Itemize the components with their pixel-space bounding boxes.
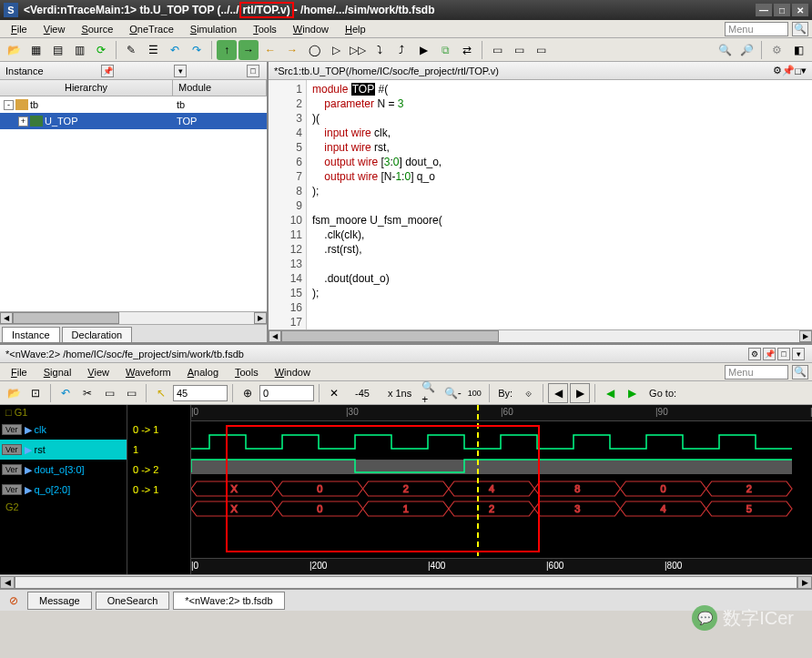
- wave-scroll-right-icon[interactable]: ▶: [797, 576, 812, 589]
- code-area[interactable]: module TOP #( parameter N = 3 )( input w…: [307, 80, 812, 329]
- bottom-tab-1[interactable]: OneSearch: [96, 592, 170, 610]
- nwave-reload-icon[interactable]: ⚙: [748, 348, 761, 360]
- menu-simulation[interactable]: Simulation: [183, 22, 244, 36]
- time-ruler[interactable]: |0|30|60|90|120: [191, 405, 812, 421]
- next-edge-icon[interactable]: ▶: [570, 383, 590, 403]
- expander-icon[interactable]: +: [18, 116, 28, 127]
- src-hscroll[interactable]: ◀ ▶: [269, 329, 812, 342]
- signal-rst[interactable]: Ver▶ rst: [0, 440, 127, 460]
- src-close-icon[interactable]: ▾: [801, 65, 807, 76]
- scroll-left-icon[interactable]: ◀: [0, 312, 13, 324]
- wave-canvas[interactable]: |0|30|60|90|120 X024802 X012345 |0|200|4…: [191, 405, 812, 574]
- marker-time-input[interactable]: [259, 385, 314, 401]
- bottom-ruler[interactable]: |0|200|400|600|800: [191, 558, 812, 574]
- tree-row-U_TOP[interactable]: + U_TOP TOP: [0, 113, 267, 129]
- expander-icon[interactable]: -: [4, 100, 14, 110]
- cursor-time-input[interactable]: [173, 385, 228, 401]
- group-header[interactable]: □ G1: [0, 405, 127, 420]
- menu-window[interactable]: Window: [286, 22, 336, 36]
- nw-open-icon[interactable]: 📂: [4, 383, 24, 403]
- help-icon[interactable]: ◧: [788, 40, 808, 60]
- open-icon[interactable]: 📂: [4, 40, 24, 60]
- menu-search[interactable]: Menu: [725, 22, 788, 36]
- src-scroll-right-icon[interactable]: ▶: [799, 330, 812, 342]
- nwave-menu-view[interactable]: View: [80, 365, 117, 380]
- by-mode-icon[interactable]: ⟐: [518, 383, 538, 403]
- nw-copy-icon[interactable]: ▭: [99, 383, 119, 403]
- next-change-icon[interactable]: ▶: [622, 383, 642, 403]
- prev-edge-icon[interactable]: ◀: [548, 383, 568, 403]
- list-icon[interactable]: ☰: [143, 40, 163, 60]
- col-module[interactable]: Module: [173, 80, 267, 96]
- edit-icon[interactable]: ✎: [121, 40, 141, 60]
- nw-save-icon[interactable]: ⊡: [25, 383, 46, 403]
- bottom-tab-0[interactable]: Message: [27, 592, 92, 610]
- step-over-icon[interactable]: ⤵: [370, 40, 390, 60]
- nw-cut-icon[interactable]: ✂: [77, 383, 97, 403]
- compare-icon[interactable]: ⇄: [457, 40, 477, 60]
- nw-undo-icon[interactable]: ↶: [56, 383, 76, 403]
- menu-view[interactable]: View: [36, 22, 73, 36]
- nwave-menu-file[interactable]: File: [4, 365, 35, 380]
- nwave-dropdown-icon[interactable]: ▾: [792, 348, 805, 360]
- signal-dout-o-3-0-[interactable]: Ver▶ dout_o[3:0]: [0, 460, 127, 480]
- menu-onetrace[interactable]: OneTrace: [122, 22, 181, 36]
- nwave-menu-window[interactable]: Window: [268, 365, 318, 380]
- zoom-out-icon[interactable]: 🔍-: [442, 383, 462, 403]
- maximize-pane-icon[interactable]: □: [247, 65, 259, 77]
- nwave-menu-search-icon[interactable]: 🔍: [792, 365, 808, 380]
- signal-icon[interactable]: ▭: [509, 40, 529, 60]
- nw-marker-icon[interactable]: ⊕: [238, 383, 258, 403]
- nwave-pin-icon[interactable]: 📌: [763, 348, 776, 360]
- nwave-menu-analog[interactable]: Analog: [180, 365, 226, 380]
- time-cursor[interactable]: [477, 405, 479, 574]
- tab-declaration[interactable]: Declaration: [62, 327, 133, 342]
- wave-scroll-track[interactable]: [15, 576, 797, 589]
- source-body[interactable]: 1234567891011121314151617 module TOP #( …: [269, 80, 812, 329]
- nwave-menu-signal[interactable]: Signal: [36, 365, 79, 380]
- signal-column[interactable]: □ G1 Ver▶ clkVer▶ rstVer▶ dout_o[3:0]Ver…: [0, 405, 127, 574]
- prev-change-icon[interactable]: ◀: [600, 383, 620, 403]
- menu-tools[interactable]: Tools: [246, 22, 284, 36]
- port-icon[interactable]: ▭: [531, 40, 551, 60]
- scroll-right-icon[interactable]: ▶: [254, 312, 267, 324]
- play-icon[interactable]: ▷: [326, 40, 346, 60]
- src-pin-icon[interactable]: 📌: [782, 65, 795, 76]
- menu-file[interactable]: File: [4, 22, 35, 36]
- menu-help[interactable]: Help: [338, 22, 373, 36]
- undo-icon[interactable]: ↶: [165, 40, 185, 60]
- close-button[interactable]: ✕: [792, 4, 808, 16]
- wave-hscroll[interactable]: ◀ ▶: [0, 574, 812, 589]
- src-reload-icon[interactable]: ⚙: [773, 65, 782, 76]
- scroll-thumb[interactable]: [13, 312, 119, 324]
- step-out-icon[interactable]: ⤴: [391, 40, 411, 60]
- wave-icon[interactable]: ⧉: [435, 40, 455, 60]
- tree-body[interactable]: - tb tb + U_TOP TOP: [0, 96, 267, 311]
- refresh-icon[interactable]: ⟳: [91, 40, 111, 60]
- nwave-max-icon[interactable]: □: [777, 348, 790, 360]
- nav-next-icon[interactable]: →: [239, 40, 259, 60]
- menu-search-icon[interactable]: 🔍: [792, 22, 808, 36]
- forward-icon[interactable]: →: [282, 40, 302, 60]
- tab-instance[interactable]: Instance: [2, 327, 60, 342]
- nw-paste-icon[interactable]: ▭: [121, 383, 141, 403]
- pin-icon[interactable]: 📌: [101, 65, 114, 77]
- col-hierarchy[interactable]: Hierarchy: [0, 80, 173, 96]
- bottom-tab-2[interactable]: *<nWave:2> tb.fsdb: [173, 592, 284, 610]
- nwave-menu-search[interactable]: Menu: [725, 365, 788, 380]
- group2-header[interactable]: G2: [0, 500, 127, 514]
- filter-icon[interactable]: ▾: [174, 65, 187, 77]
- src-max-icon[interactable]: □: [795, 66, 801, 76]
- signal-clk[interactable]: Ver▶ clk: [0, 420, 127, 440]
- zoom-in-icon[interactable]: 🔍+: [421, 383, 441, 403]
- signal-q-o-2-0-[interactable]: Ver▶ q_o[2:0]: [0, 480, 127, 500]
- src-scroll-left-icon[interactable]: ◀: [269, 330, 281, 342]
- nw-delta-icon[interactable]: ✕: [324, 383, 344, 403]
- minimize-button[interactable]: —: [756, 4, 772, 16]
- run-icon[interactable]: ▶: [413, 40, 433, 60]
- settings-icon[interactable]: ⚙: [766, 40, 787, 60]
- src-scroll-thumb[interactable]: [281, 330, 499, 342]
- nwave-menu-tools[interactable]: Tools: [228, 365, 266, 380]
- layout2-icon[interactable]: ▤: [47, 40, 67, 60]
- search-icon[interactable]: 🔍: [715, 40, 735, 60]
